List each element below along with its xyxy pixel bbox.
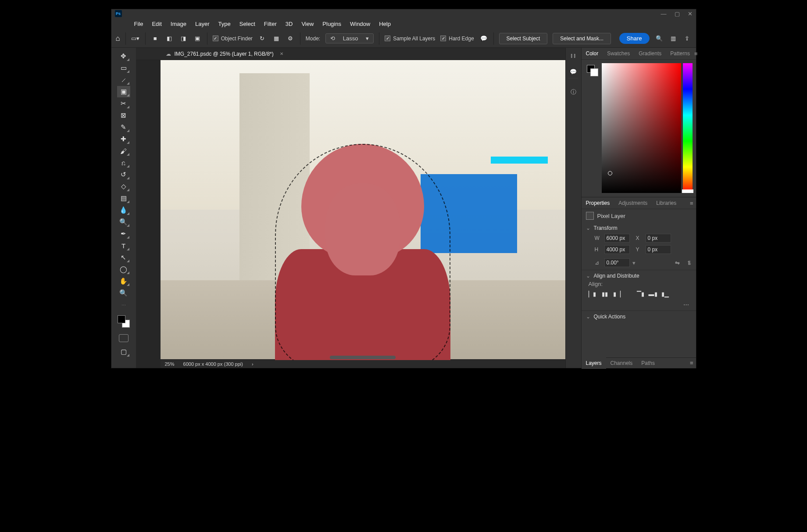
show-overlay-icon[interactable]: ▦ xyxy=(272,34,281,43)
canvas[interactable] xyxy=(161,60,565,359)
menu-help[interactable]: Help xyxy=(375,19,394,29)
eraser-tool[interactable]: ◇ xyxy=(117,181,130,192)
chevron-down-icon[interactable]: ⌄ xyxy=(586,273,590,279)
selection-add-icon[interactable]: ◧ xyxy=(165,34,174,43)
x-input[interactable] xyxy=(646,234,671,243)
pen-tool[interactable]: ✒ xyxy=(117,228,130,239)
height-input[interactable] xyxy=(604,245,630,254)
tab-channels[interactable]: Channels xyxy=(606,357,637,369)
edit-toolbar[interactable]: ⋯ xyxy=(117,299,130,311)
gear-icon[interactable]: ⚙ xyxy=(286,34,295,43)
tab-layers[interactable]: Layers xyxy=(582,357,606,369)
tab-patterns[interactable]: Patterns xyxy=(666,48,694,59)
window-close[interactable]: ✕ xyxy=(688,11,693,17)
type-tool[interactable]: T xyxy=(117,240,130,251)
panel-menu-icon[interactable]: ≡ xyxy=(694,50,698,57)
align-right-icon[interactable]: ▮▕ xyxy=(613,290,621,298)
menu-3d[interactable]: 3D xyxy=(282,19,296,29)
mode-dropdown[interactable]: ⟲ Lasso ▾ xyxy=(325,33,374,43)
chevron-down-icon[interactable]: ⌄ xyxy=(586,225,590,231)
eyedropper-tool[interactable]: ✎ xyxy=(117,121,130,133)
chevron-down-icon[interactable]: ▾ xyxy=(632,260,636,266)
selection-new-icon[interactable]: ■ xyxy=(151,34,160,43)
window-maximize[interactable]: ▢ xyxy=(675,11,680,17)
color-hue-slider[interactable] xyxy=(683,63,693,193)
search-icon[interactable]: 🔍 xyxy=(655,34,664,43)
screen-mode[interactable]: ▢ xyxy=(117,346,130,357)
zoom-tool[interactable]: 🔍 xyxy=(117,287,130,299)
chevron-down-icon[interactable]: ⌄ xyxy=(586,314,590,320)
marquee-tool[interactable]: ▭ xyxy=(117,62,130,74)
object-finder-checkbox[interactable]: ✓ Object Finder xyxy=(213,36,253,42)
hard-edge-checkbox[interactable]: ✓ Hard Edge xyxy=(440,36,474,42)
more-options-icon[interactable]: ⋯ xyxy=(586,300,692,308)
window-minimize[interactable]: — xyxy=(661,11,667,17)
color-saturation-field[interactable] xyxy=(602,63,681,193)
document-tab[interactable]: ☁ IMG_2761.psdc @ 25% (Layer 1, RGB/8*) … xyxy=(161,48,288,60)
quick-mask-toggle[interactable] xyxy=(119,334,129,342)
menu-file[interactable]: File xyxy=(131,19,147,29)
feedback-icon[interactable]: 💬 xyxy=(479,34,488,43)
select-and-mask-button[interactable]: Select and Mask... xyxy=(553,33,611,44)
select-subject-button[interactable]: Select Subject xyxy=(499,33,548,44)
object-selection-tool[interactable]: ▣ xyxy=(117,86,130,97)
sample-all-checkbox[interactable]: ✓ Sample All Layers xyxy=(385,36,435,42)
color-fg-bg-swatch[interactable] xyxy=(587,65,598,76)
align-hcenter-icon[interactable]: ▮▮ xyxy=(601,290,609,298)
tab-adjustments[interactable]: Adjustments xyxy=(614,197,652,209)
zoom-level[interactable]: 25% xyxy=(165,361,175,367)
tab-paths[interactable]: Paths xyxy=(637,357,659,369)
status-caret-icon[interactable]: › xyxy=(252,361,254,367)
panel-menu-icon[interactable]: ≡ xyxy=(690,200,693,207)
align-top-icon[interactable]: ▔▮ xyxy=(637,290,645,298)
home-icon[interactable]: ⌂ xyxy=(116,34,120,43)
angle-input[interactable] xyxy=(604,258,630,267)
menu-type[interactable]: Type xyxy=(215,19,234,29)
menu-filter[interactable]: Filter xyxy=(261,19,280,29)
y-input[interactable] xyxy=(646,245,671,254)
lasso-tool[interactable]: ⟋ xyxy=(117,74,130,86)
workspace-icon[interactable]: ▥ xyxy=(669,34,678,43)
history-brush-tool[interactable]: ↺ xyxy=(117,169,130,180)
align-left-icon[interactable]: ▏▮ xyxy=(589,290,596,298)
tab-color[interactable]: Color xyxy=(582,48,603,59)
hand-tool[interactable]: ✋ xyxy=(117,275,130,287)
tool-preset-icon[interactable]: ▭▾ xyxy=(131,34,140,43)
healing-brush-tool[interactable]: ✚ xyxy=(117,133,130,145)
menu-plugins[interactable]: Plugins xyxy=(319,19,345,29)
flip-horizontal-icon[interactable]: ⇋ xyxy=(675,260,680,266)
menu-window[interactable]: Window xyxy=(346,19,374,29)
align-vcenter-icon[interactable]: ▬▮ xyxy=(649,290,657,298)
path-selection-tool[interactable]: ↖ xyxy=(117,252,130,263)
foreground-background-swatch[interactable] xyxy=(118,315,130,328)
menu-layer[interactable]: Layer xyxy=(192,19,213,29)
brush-tool[interactable]: 🖌 xyxy=(117,145,130,157)
menu-select[interactable]: Select xyxy=(236,19,259,29)
frame-tool[interactable]: ⊠ xyxy=(117,110,130,121)
horizontal-scrollbar[interactable] xyxy=(161,355,565,360)
shape-tool[interactable]: ◯ xyxy=(117,264,130,275)
refresh-icon[interactable]: ↻ xyxy=(258,34,267,43)
histogram-icon[interactable]: ⫿⫿ xyxy=(568,50,578,60)
gradient-tool[interactable]: ▤ xyxy=(117,193,130,204)
dodge-tool[interactable]: 🔍 xyxy=(117,216,130,228)
share-button[interactable]: Share xyxy=(619,33,650,44)
tab-properties[interactable]: Properties xyxy=(582,197,614,209)
tab-swatches[interactable]: Swatches xyxy=(603,48,634,59)
panel-menu-icon[interactable]: ≡ xyxy=(690,360,693,366)
crop-tool[interactable]: ✂ xyxy=(117,98,130,109)
blur-tool[interactable]: 💧 xyxy=(117,204,130,216)
info-icon[interactable]: ⓘ xyxy=(568,87,578,97)
tab-libraries[interactable]: Libraries xyxy=(652,197,681,209)
selection-subtract-icon[interactable]: ◨ xyxy=(179,34,188,43)
clone-stamp-tool[interactable]: ⎌ xyxy=(117,157,130,168)
menu-view[interactable]: View xyxy=(298,19,317,29)
menu-edit[interactable]: Edit xyxy=(148,19,165,29)
flip-vertical-icon[interactable]: ⥮ xyxy=(687,260,692,266)
width-input[interactable] xyxy=(604,234,630,243)
menu-image[interactable]: Image xyxy=(167,19,190,29)
tab-gradients[interactable]: Gradients xyxy=(634,48,666,59)
export-icon[interactable]: ⇪ xyxy=(683,34,692,43)
comments-icon[interactable]: 💬 xyxy=(568,69,578,79)
move-tool[interactable]: ✥ xyxy=(117,50,130,62)
